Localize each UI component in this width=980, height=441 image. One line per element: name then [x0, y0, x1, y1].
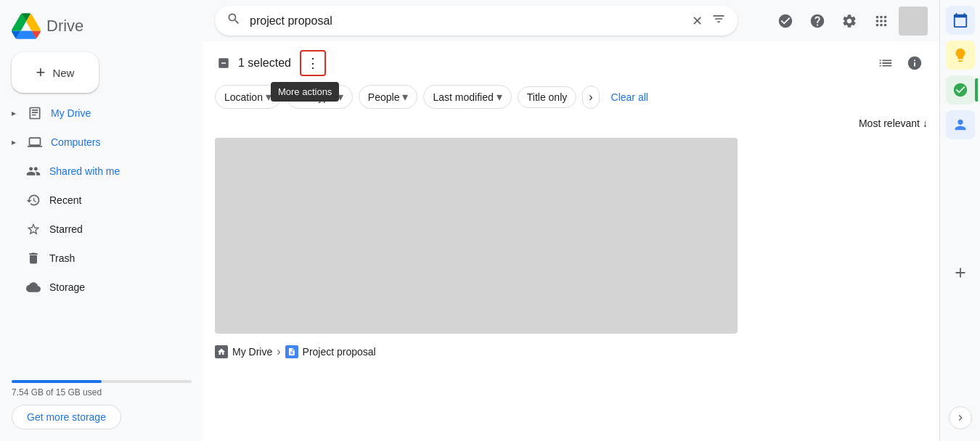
- storage-bar-fill: [12, 380, 102, 383]
- filter-location[interactable]: Location ▾: [215, 85, 281, 109]
- my-drive-icon: [28, 106, 42, 120]
- filter-file-type-label: File type: [296, 91, 335, 103]
- sidebar-item-computers[interactable]: ▸ Computers: [0, 128, 192, 157]
- apps-button[interactable]: [867, 7, 896, 36]
- file-preview: [215, 138, 738, 334]
- sidebar-nav: ▸ My Drive ▸ Computers Shared with me Re…: [0, 99, 203, 302]
- last-modified-arrow-icon: ▾: [497, 90, 502, 104]
- sidebar-item-storage-label: Storage: [49, 281, 85, 293]
- right-sidebar-calendar-item: [943, 6, 978, 35]
- topbar-actions: [771, 7, 928, 36]
- right-sidebar: [939, 0, 980, 441]
- main-content: ✕ 1 selected: [203, 0, 939, 441]
- sidebar-item-my-drive[interactable]: ▸ My Drive: [0, 99, 192, 128]
- more-actions-button[interactable]: ⋮: [300, 50, 326, 76]
- tasks-active-indicator: [975, 78, 978, 102]
- breadcrumb-project-proposal[interactable]: Project proposal: [303, 346, 376, 358]
- right-sidebar-tasks-item: [943, 75, 978, 104]
- breadcrumb-separator-icon: ›: [277, 345, 280, 358]
- clear-all-button[interactable]: Clear all: [605, 87, 654, 107]
- sidebar-item-trash[interactable]: Trash: [0, 244, 192, 273]
- sidebar-item-trash-label: Trash: [49, 252, 75, 264]
- sidebar-item-shared[interactable]: Shared with me: [0, 157, 192, 186]
- file-type-arrow-icon: ▾: [338, 90, 343, 104]
- search-bar: ✕: [215, 6, 738, 36]
- storage-usage-text: 7.54 GB of 15 GB used: [12, 387, 192, 397]
- sidebar-item-shared-label: Shared with me: [49, 165, 120, 177]
- toolbar-right: [873, 50, 928, 76]
- search-input[interactable]: [250, 15, 683, 28]
- sort-icon: ↓: [923, 118, 928, 129]
- computers-icon: [28, 135, 42, 149]
- user-avatar[interactable]: [899, 7, 928, 36]
- app-title: Drive: [46, 17, 83, 36]
- tasks-button[interactable]: [946, 75, 975, 104]
- trash-icon: [26, 251, 41, 265]
- filter-title-only[interactable]: Title only: [518, 86, 577, 108]
- preview-area: My Drive › Project proposal: [215, 138, 928, 441]
- new-plus-icon: +: [36, 63, 46, 82]
- storage-icon: [26, 280, 41, 294]
- location-arrow-icon: ▾: [266, 90, 271, 104]
- toolbar-row: 1 selected ⋮ More actions: [215, 41, 928, 82]
- filter-expand[interactable]: ›: [582, 86, 599, 109]
- my-drive-breadcrumb-icon: [215, 345, 228, 358]
- expand-right-sidebar-button[interactable]: [949, 406, 972, 429]
- people-arrow-icon: ▾: [402, 90, 408, 104]
- selected-count: 1 selected: [238, 57, 291, 70]
- search-filter-icon[interactable]: [711, 12, 726, 30]
- search-clear-icon[interactable]: ✕: [692, 15, 703, 28]
- sidebar-item-recent[interactable]: Recent: [0, 186, 192, 215]
- starred-icon: [26, 222, 41, 236]
- filter-last-modified-label: Last modified: [433, 91, 493, 103]
- sidebar-item-recent-label: Recent: [49, 194, 81, 206]
- sidebar-item-starred-label: Starred: [49, 223, 83, 235]
- search-icon: [226, 12, 241, 30]
- breadcrumb: My Drive › Project proposal: [215, 342, 928, 361]
- add-to-sidebar-button[interactable]: [946, 258, 975, 287]
- sidebar-header: Drive: [0, 6, 203, 52]
- new-button-label: New: [52, 67, 74, 79]
- sidebar-item-starred[interactable]: Starred: [0, 215, 192, 244]
- info-button[interactable]: [902, 50, 928, 76]
- filter-people[interactable]: People ▾: [359, 85, 418, 109]
- filter-location-label: Location: [224, 91, 263, 103]
- sort-label: Most relevant: [859, 118, 920, 129]
- content-area: 1 selected ⋮ More actions Location ▾: [203, 41, 939, 441]
- get-more-storage-button[interactable]: Get more storage: [12, 405, 121, 429]
- recent-icon: [26, 193, 41, 207]
- expand-arrow-icon: ▸: [12, 108, 16, 118]
- list-view-button[interactable]: [873, 50, 899, 76]
- project-proposal-doc-icon: [285, 345, 298, 358]
- new-button[interactable]: + New: [12, 52, 99, 93]
- help-button[interactable]: [803, 7, 832, 36]
- storage-bar-background: [12, 380, 192, 383]
- sort-row: Most relevant ↓: [215, 115, 928, 132]
- more-actions-icon: ⋮: [306, 55, 319, 71]
- filter-file-type[interactable]: File type ▾: [287, 85, 353, 109]
- filter-row: Location ▾ File type ▾ People ▾ Last mod…: [215, 82, 928, 115]
- computers-expand-icon: ▸: [12, 137, 16, 147]
- sidebar-item-storage[interactable]: Storage: [0, 273, 192, 302]
- keep-button[interactable]: [946, 41, 975, 70]
- right-sidebar-contacts-item: [943, 110, 978, 139]
- breadcrumb-my-drive[interactable]: My Drive: [232, 346, 272, 358]
- sidebar: Drive + New ▸ My Drive ▸ Computers Share…: [0, 0, 203, 441]
- topbar: ✕: [203, 0, 939, 41]
- settings-button[interactable]: [835, 7, 864, 36]
- right-sidebar-keep-item: [943, 41, 978, 70]
- filter-last-modified[interactable]: Last modified ▾: [423, 85, 511, 109]
- sidebar-item-my-drive-label: My Drive: [51, 107, 91, 119]
- contacts-button[interactable]: [946, 110, 975, 139]
- sort-button[interactable]: Most relevant ↓: [859, 118, 928, 129]
- select-all-checkbox[interactable]: [215, 54, 232, 72]
- drive-logo-icon: [12, 12, 41, 41]
- shared-icon: [26, 164, 41, 178]
- expand-chips-icon: ›: [589, 91, 592, 104]
- sidebar-item-computers-label: Computers: [51, 136, 100, 148]
- calendar-button[interactable]: [946, 6, 975, 35]
- filter-people-label: People: [368, 91, 400, 103]
- filter-title-only-label: Title only: [527, 91, 568, 103]
- check-circle-button[interactable]: [771, 7, 800, 36]
- storage-section: 7.54 GB of 15 GB used Get more storage: [0, 374, 203, 435]
